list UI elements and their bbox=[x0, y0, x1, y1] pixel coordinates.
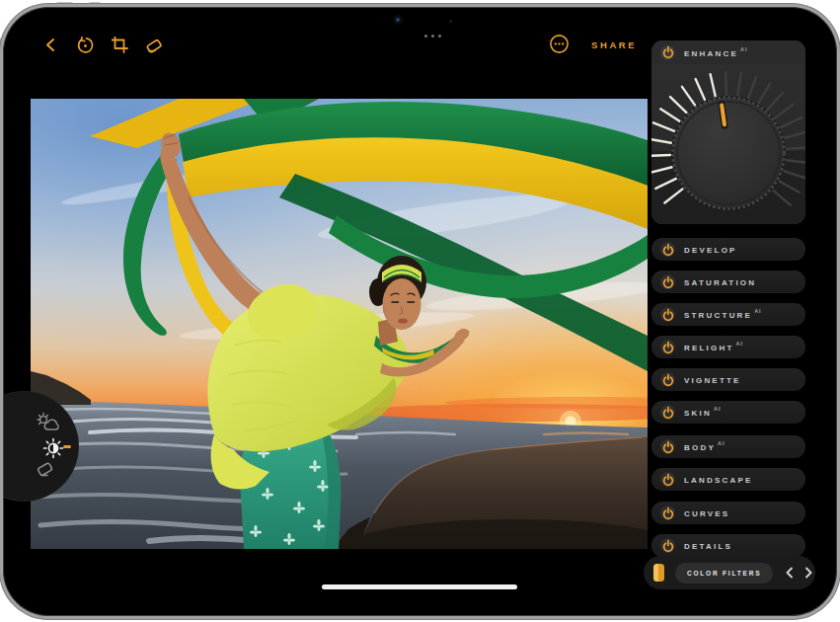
tool-row-relight[interactable]: RELIGHTAI bbox=[651, 336, 805, 358]
tool-row-structure[interactable]: STRUCTUREAI bbox=[651, 303, 805, 326]
light-adjust-icon[interactable] bbox=[36, 412, 62, 433]
tool-row-body[interactable]: BODYAI bbox=[651, 435, 805, 458]
power-icon[interactable] bbox=[660, 472, 675, 487]
tool-row-vignette[interactable]: VIGNETTE bbox=[651, 368, 805, 391]
mic-dot bbox=[449, 20, 452, 23]
crop-icon[interactable] bbox=[112, 37, 128, 53]
power-icon[interactable] bbox=[660, 307, 675, 322]
front-camera bbox=[393, 15, 403, 25]
knob-indicator bbox=[722, 104, 725, 125]
power-icon[interactable] bbox=[660, 274, 675, 289]
color-filters-button[interactable]: COLOR FILTERS bbox=[675, 563, 773, 583]
brightness-adjust-icon-selected[interactable] bbox=[41, 436, 65, 460]
more-options-icon[interactable] bbox=[549, 34, 570, 54]
prev-filter-icon[interactable] bbox=[785, 567, 794, 579]
power-icon[interactable] bbox=[660, 340, 675, 354]
photo-canvas[interactable] bbox=[31, 99, 648, 549]
power-icon[interactable] bbox=[660, 242, 675, 257]
tool-row-details[interactable]: DETAILS bbox=[651, 534, 805, 557]
eraser-filter-icon[interactable] bbox=[35, 459, 57, 479]
power-icon[interactable] bbox=[660, 372, 675, 387]
power-icon[interactable] bbox=[660, 405, 675, 420]
tool-row-landscape[interactable]: LANDSCAPE bbox=[651, 468, 805, 491]
retouch-eraser-icon[interactable] bbox=[144, 38, 164, 54]
power-icon[interactable] bbox=[660, 45, 675, 60]
power-icon[interactable] bbox=[660, 439, 675, 454]
share-button[interactable]: SHARE bbox=[591, 39, 637, 50]
enhance-label: ENHANCEAI bbox=[684, 47, 747, 58]
tool-row-develop[interactable]: DEVELOP bbox=[651, 238, 805, 261]
selected-tool-tick bbox=[63, 445, 71, 448]
back-icon[interactable] bbox=[44, 38, 56, 52]
undo-icon[interactable] bbox=[76, 37, 95, 55]
enhance-header[interactable]: ENHANCEAI bbox=[651, 40, 805, 64]
color-filters-bar: COLOR FILTERS bbox=[644, 556, 815, 589]
tool-row-curves[interactable]: CURVES bbox=[651, 502, 805, 524]
power-icon[interactable] bbox=[660, 538, 675, 553]
enhance-card: ENHANCEAI bbox=[651, 40, 805, 224]
enhance-knob[interactable] bbox=[651, 64, 805, 224]
color-filter-swatch-icon[interactable] bbox=[653, 564, 664, 582]
ipad-device: SHARE bbox=[0, 0, 840, 622]
tool-row-saturation[interactable]: SATURATION bbox=[651, 271, 805, 293]
home-indicator[interactable] bbox=[322, 584, 517, 589]
power-icon[interactable] bbox=[660, 505, 675, 520]
tool-row-skin[interactable]: SKINAI bbox=[651, 401, 805, 424]
next-filter-icon[interactable] bbox=[804, 567, 813, 579]
app-screen: SHARE bbox=[3, 7, 837, 616]
multitask-indicator-icon[interactable] bbox=[424, 35, 441, 38]
